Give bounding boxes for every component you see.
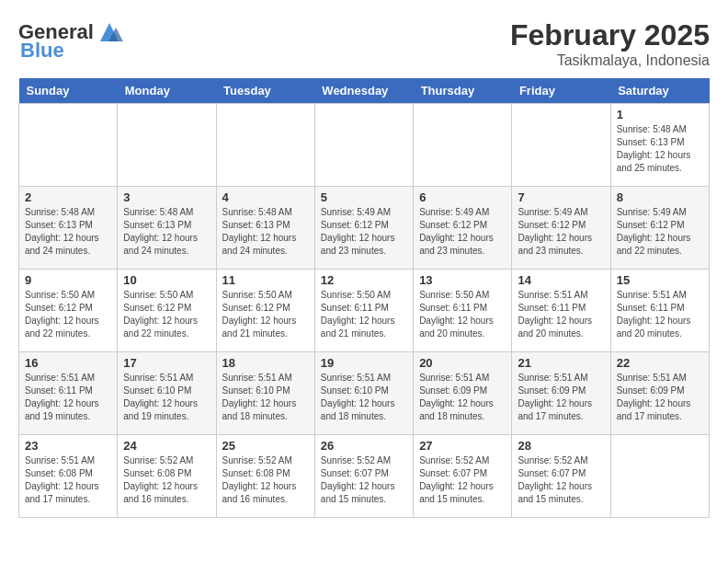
day-info: Sunrise: 5:50 AM Sunset: 6:12 PM Dayligh… [222,289,309,340]
day-number: 7 [518,190,604,204]
day-number: 28 [518,439,604,453]
day-cell [216,104,314,187]
day-cell: 26Sunrise: 5:52 AM Sunset: 6:07 PM Dayli… [314,435,413,518]
day-info: Sunrise: 5:51 AM Sunset: 6:11 PM Dayligh… [617,289,703,340]
week-row-4: 23Sunrise: 5:51 AM Sunset: 6:08 PM Dayli… [19,435,710,518]
logo: General Blue [18,18,123,63]
day-number: 15 [617,273,703,287]
day-cell: 4Sunrise: 5:48 AM Sunset: 6:13 PM Daylig… [216,187,314,270]
day-cell: 9Sunrise: 5:50 AM Sunset: 6:12 PM Daylig… [19,270,118,352]
day-info: Sunrise: 5:51 AM Sunset: 6:10 PM Dayligh… [123,372,210,423]
day-cell [19,104,118,187]
day-cell: 27Sunrise: 5:52 AM Sunset: 6:07 PM Dayli… [414,435,512,518]
week-row-3: 16Sunrise: 5:51 AM Sunset: 6:11 PM Dayli… [19,352,710,435]
day-info: Sunrise: 5:51 AM Sunset: 6:11 PM Dayligh… [25,372,111,423]
day-number: 5 [321,190,407,204]
day-cell: 20Sunrise: 5:51 AM Sunset: 6:09 PM Dayli… [414,352,512,435]
day-info: Sunrise: 5:51 AM Sunset: 6:09 PM Dayligh… [419,372,506,423]
day-number: 6 [419,190,506,204]
day-number: 3 [123,190,210,204]
day-number: 9 [25,273,111,287]
day-number: 20 [419,356,506,370]
day-info: Sunrise: 5:52 AM Sunset: 6:07 PM Dayligh… [518,454,604,506]
day-cell: 8Sunrise: 5:49 AM Sunset: 6:12 PM Daylig… [610,187,709,270]
week-row-0: 1Sunrise: 5:48 AM Sunset: 6:13 PM Daylig… [19,104,710,187]
day-cell: 22Sunrise: 5:51 AM Sunset: 6:09 PM Dayli… [610,352,709,435]
day-info: Sunrise: 5:50 AM Sunset: 6:11 PM Dayligh… [321,289,407,340]
week-row-1: 2Sunrise: 5:48 AM Sunset: 6:13 PM Daylig… [19,187,710,270]
day-cell: 19Sunrise: 5:51 AM Sunset: 6:10 PM Dayli… [314,352,413,435]
day-cell [414,104,512,187]
day-number: 11 [222,273,309,287]
day-number: 12 [321,273,407,287]
day-info: Sunrise: 5:52 AM Sunset: 6:07 PM Dayligh… [321,454,407,506]
header-friday: Friday [512,78,610,104]
day-cell: 14Sunrise: 5:51 AM Sunset: 6:11 PM Dayli… [512,270,610,352]
day-cell: 16Sunrise: 5:51 AM Sunset: 6:11 PM Dayli… [19,352,118,435]
calendar-table: SundayMondayTuesdayWednesdayThursdayFrid… [18,78,710,518]
day-number: 16 [25,356,111,370]
header: General Blue February 2025 Tasikmalaya, … [18,18,710,69]
day-number: 19 [321,356,407,370]
day-info: Sunrise: 5:51 AM Sunset: 6:08 PM Dayligh… [25,454,111,506]
day-number: 10 [123,273,210,287]
day-cell: 1Sunrise: 5:48 AM Sunset: 6:13 PM Daylig… [610,104,709,187]
header-monday: Monday [118,78,216,104]
day-number: 1 [617,108,703,121]
day-number: 4 [222,190,309,204]
day-cell: 28Sunrise: 5:52 AM Sunset: 6:07 PM Dayli… [512,435,610,518]
day-cell [610,435,709,518]
day-number: 18 [222,356,309,370]
header-tuesday: Tuesday [216,78,314,104]
day-info: Sunrise: 5:48 AM Sunset: 6:13 PM Dayligh… [222,206,309,258]
day-info: Sunrise: 5:48 AM Sunset: 6:13 PM Dayligh… [25,206,111,258]
day-cell: 13Sunrise: 5:50 AM Sunset: 6:11 PM Dayli… [414,270,512,352]
day-number: 27 [419,439,506,453]
day-info: Sunrise: 5:49 AM Sunset: 6:12 PM Dayligh… [321,206,407,258]
header-thursday: Thursday [414,78,512,104]
calendar-header-row: SundayMondayTuesdayWednesdayThursdayFrid… [19,78,710,104]
logo-blue-text: Blue [20,39,64,63]
day-number: 25 [222,439,309,453]
day-info: Sunrise: 5:50 AM Sunset: 6:11 PM Dayligh… [419,289,506,340]
day-info: Sunrise: 5:51 AM Sunset: 6:11 PM Dayligh… [518,289,604,340]
day-info: Sunrise: 5:48 AM Sunset: 6:13 PM Dayligh… [617,123,703,175]
day-cell: 23Sunrise: 5:51 AM Sunset: 6:08 PM Dayli… [19,435,118,518]
day-number: 2 [25,190,111,204]
header-sunday: Sunday [19,78,118,104]
day-cell: 11Sunrise: 5:50 AM Sunset: 6:12 PM Dayli… [216,270,314,352]
day-cell: 17Sunrise: 5:51 AM Sunset: 6:10 PM Dayli… [118,352,216,435]
day-cell: 24Sunrise: 5:52 AM Sunset: 6:08 PM Dayli… [118,435,216,518]
day-cell: 5Sunrise: 5:49 AM Sunset: 6:12 PM Daylig… [314,187,413,270]
day-number: 8 [617,190,703,204]
day-number: 23 [25,439,111,453]
logo-icon [96,18,123,46]
day-cell: 18Sunrise: 5:51 AM Sunset: 6:10 PM Dayli… [216,352,314,435]
day-info: Sunrise: 5:50 AM Sunset: 6:12 PM Dayligh… [123,289,210,340]
day-number: 14 [518,273,604,287]
day-number: 26 [321,439,407,453]
day-number: 24 [123,439,210,453]
title-area: February 2025 Tasikmalaya, Indonesia [510,18,710,69]
day-cell [512,104,610,187]
day-info: Sunrise: 5:51 AM Sunset: 6:10 PM Dayligh… [222,372,309,423]
day-info: Sunrise: 5:49 AM Sunset: 6:12 PM Dayligh… [617,206,703,258]
location-title: Tasikmalaya, Indonesia [510,52,710,69]
day-info: Sunrise: 5:51 AM Sunset: 6:09 PM Dayligh… [518,372,604,423]
day-cell: 10Sunrise: 5:50 AM Sunset: 6:12 PM Dayli… [118,270,216,352]
day-cell: 2Sunrise: 5:48 AM Sunset: 6:13 PM Daylig… [19,187,118,270]
header-saturday: Saturday [610,78,709,104]
day-info: Sunrise: 5:52 AM Sunset: 6:08 PM Dayligh… [123,454,210,506]
day-cell [314,104,413,187]
month-title: February 2025 [510,18,710,52]
header-wednesday: Wednesday [314,78,413,104]
day-cell: 15Sunrise: 5:51 AM Sunset: 6:11 PM Dayli… [610,270,709,352]
day-cell [118,104,216,187]
day-cell: 25Sunrise: 5:52 AM Sunset: 6:08 PM Dayli… [216,435,314,518]
day-info: Sunrise: 5:48 AM Sunset: 6:13 PM Dayligh… [123,206,210,258]
day-cell: 6Sunrise: 5:49 AM Sunset: 6:12 PM Daylig… [414,187,512,270]
week-row-2: 9Sunrise: 5:50 AM Sunset: 6:12 PM Daylig… [19,270,710,352]
day-cell: 7Sunrise: 5:49 AM Sunset: 6:12 PM Daylig… [512,187,610,270]
day-info: Sunrise: 5:49 AM Sunset: 6:12 PM Dayligh… [419,206,506,258]
day-cell: 12Sunrise: 5:50 AM Sunset: 6:11 PM Dayli… [314,270,413,352]
